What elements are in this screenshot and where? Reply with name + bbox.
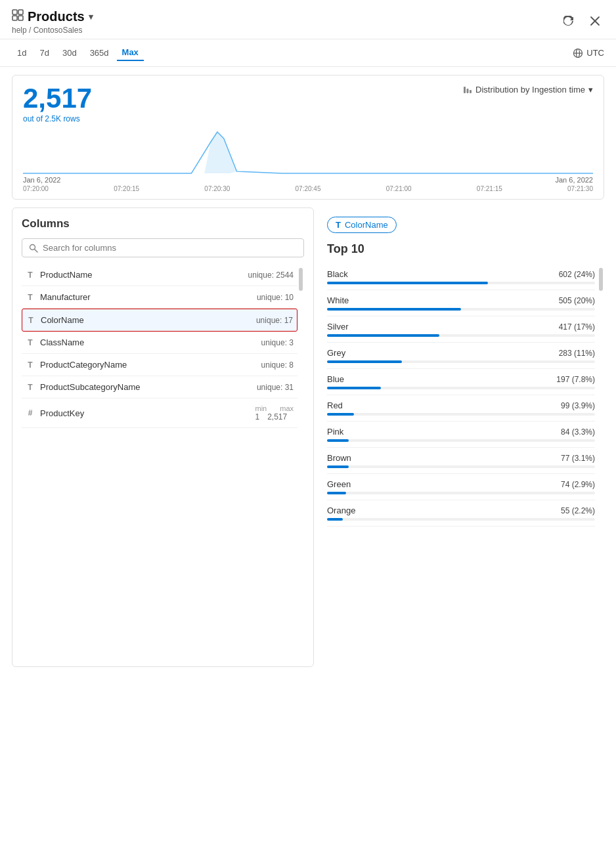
title-chevron-icon[interactable]: ▾: [89, 12, 93, 22]
row-count: 2,517: [23, 85, 92, 112]
top10-row-pink: Pink 84 (3.3%): [327, 422, 595, 448]
top10-bar-container-pink: [327, 439, 595, 442]
svg-rect-0: [12, 10, 17, 14]
close-button[interactable]: [586, 12, 604, 30]
app-title-row: Products ▾: [12, 9, 93, 24]
top10-row-green: Green 74 (2.9%): [327, 474, 595, 500]
timezone-selector[interactable]: UTC: [573, 48, 604, 58]
column-row-productname[interactable]: T ProductName unique: 2544: [22, 264, 297, 286]
svg-rect-11: [470, 90, 472, 93]
top10-row-header-pink: Pink 84 (3.3%): [327, 427, 595, 437]
top10-value-red: 99 (3.9%): [561, 401, 595, 410]
tab-365d[interactable]: 365d: [85, 45, 114, 61]
tab-1d[interactable]: 1d: [12, 45, 32, 61]
column-row-manufacturer[interactable]: T Manufacturer unique: 10: [22, 286, 297, 309]
column-left-productsubcategoryname: T ProductSubcategoryName: [26, 382, 140, 392]
top10-value-grey: 283 (11%): [559, 349, 595, 358]
svg-line-14: [35, 249, 38, 252]
top10-row-orange: Orange 55 (2.2%): [327, 500, 595, 527]
header-left: Products ▾ help / ContosoSales: [12, 9, 93, 35]
top10-value-white: 505 (20%): [559, 296, 595, 305]
stat-unique-productcategoryname: unique: 8: [261, 360, 294, 370]
stat-minmax-values: 1 2,517: [255, 412, 294, 422]
scrollbar-thumb: [299, 268, 303, 291]
type-icon-productname: T: [26, 270, 35, 280]
chart-time-labels: 07:20:00 07:20:15 07:20:30 07:20:45 07:2…: [23, 185, 593, 192]
top10-row-header-red: Red 99 (3.9%): [327, 400, 595, 410]
top10-label-silver: Silver: [327, 322, 349, 332]
tab-max[interactable]: Max: [117, 45, 144, 61]
top10-label-brown: Brown: [327, 453, 351, 463]
col-name-classname: ClassName: [40, 337, 84, 347]
search-icon: [29, 244, 38, 253]
svg-rect-2: [12, 16, 17, 20]
search-box[interactable]: [22, 238, 304, 257]
row-subtitle: out of 2.5K rows: [23, 114, 92, 123]
top10-bar-container-white: [327, 308, 595, 311]
stat-unique-colorname: unique: 17: [256, 316, 293, 325]
app-title: Products: [28, 9, 85, 24]
column-row-colorname[interactable]: T ColorName unique: 17: [22, 309, 297, 332]
top10-bar-orange: [327, 518, 343, 521]
column-row-productkey[interactable]: # ProductKey min max 1 2,517: [22, 399, 297, 428]
col-stats-manufacturer: unique: 10: [257, 293, 294, 302]
chart-top: 2,517 out of 2.5K rows Distribution by I…: [23, 85, 593, 123]
tab-7d[interactable]: 7d: [34, 45, 54, 61]
type-icon-productsubcategoryname: T: [26, 383, 35, 392]
col-stats-colorname: unique: 17: [256, 316, 293, 325]
col-stats-classname: unique: 3: [261, 338, 294, 347]
columns-title: Columns: [22, 217, 304, 230]
top10-label-green: Green: [327, 479, 351, 489]
detail-panel: T ColorName Top 10 Black 602 (24%): [314, 207, 604, 667]
chart-count-area: 2,517 out of 2.5K rows: [23, 85, 92, 123]
search-input[interactable]: [43, 243, 297, 253]
time-label-0: 07:20:00: [23, 185, 49, 192]
top10-bar-container-blue: [327, 387, 595, 389]
refresh-button[interactable]: [560, 12, 578, 30]
chart-date-left: Jan 6, 2022: [23, 176, 61, 184]
top10-row-header-brown: Brown 77 (3.1%): [327, 453, 595, 463]
chart-date-right: Jan 6, 2022: [556, 176, 594, 184]
col-name-productname: ProductName: [40, 270, 92, 280]
top10-value-black: 602 (24%): [559, 270, 595, 279]
col-name-colorname: ColorName: [41, 315, 84, 325]
svg-rect-1: [18, 10, 23, 14]
top10-bar-green: [327, 492, 346, 494]
top10-bar-black: [327, 282, 488, 284]
tab-30d[interactable]: 30d: [57, 45, 82, 61]
detail-scrollbar[interactable]: [598, 264, 604, 527]
top10-row-grey: Grey 283 (11%): [327, 343, 595, 369]
top10-label-blue: Blue: [327, 374, 344, 384]
top10-bar-container-orange: [327, 518, 595, 521]
selected-col-type-icon: T: [336, 220, 341, 230]
top10-row-header-grey: Grey 283 (11%): [327, 348, 595, 358]
column-row-productcategoryname[interactable]: T ProductCategoryName unique: 8: [22, 354, 297, 376]
time-label-5: 07:21:15: [477, 185, 502, 192]
col-stats-productkey: min max 1 2,517: [255, 404, 294, 422]
top10-row-header-black: Black 602 (24%): [327, 269, 595, 279]
column-left-productkey: # ProductKey: [26, 408, 84, 418]
top10-row-black: Black 602 (24%): [327, 264, 595, 290]
column-list: T ProductName unique: 2544 T Manufacture…: [22, 264, 297, 428]
main-content: Columns T ProductName unique: 2544: [12, 207, 604, 667]
top10-row-header-silver: Silver 417 (17%): [327, 322, 595, 332]
col-name-productsubcategoryname: ProductSubcategoryName: [40, 382, 140, 392]
top10-value-orange: 55 (2.2%): [561, 506, 595, 515]
distribution-label: Distribution by Ingestion time: [475, 85, 585, 95]
stat-max-value: 2,517: [267, 412, 287, 422]
col-name-manufacturer: Manufacturer: [40, 292, 91, 302]
columns-panel: Columns T ProductName unique: 2544: [12, 207, 314, 667]
type-icon-colorname: T: [26, 316, 35, 325]
top10-row-white: White 505 (20%): [327, 290, 595, 316]
stat-unique-productsubcategoryname: unique: 31: [257, 383, 294, 392]
top10-label-grey: Grey: [327, 348, 345, 358]
column-row-classname[interactable]: T ClassName unique: 3: [22, 332, 297, 354]
top10-label-black: Black: [327, 269, 348, 279]
time-label-2: 07:20:30: [204, 185, 230, 192]
column-row-productsubcategoryname[interactable]: T ProductSubcategoryName unique: 31: [22, 376, 297, 399]
top10-row-header-blue: Blue 197 (7.8%): [327, 374, 595, 384]
svg-marker-12: [204, 132, 236, 173]
svg-rect-3: [18, 16, 23, 20]
distribution-selector[interactable]: Distribution by Ingestion time ▾: [463, 85, 593, 95]
columns-scrollbar[interactable]: [297, 264, 304, 428]
